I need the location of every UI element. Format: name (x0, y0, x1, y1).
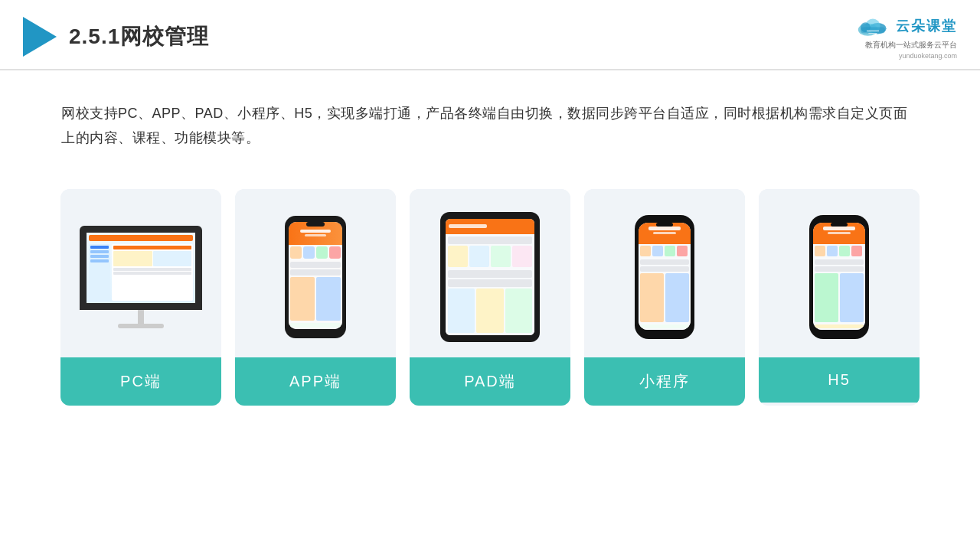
smartphone-miniapp-icon (635, 215, 694, 339)
brand-tagline-text: 教育机构一站式服务云平台 (865, 40, 957, 51)
card-h5: H5 (759, 189, 920, 406)
description-text: 网校支持PC、APP、PAD、小程序、H5，实现多端打通，产品各终端自由切换，数… (0, 70, 980, 166)
card-h5-image (759, 189, 920, 357)
card-miniapp-image (584, 189, 745, 357)
svg-rect-4 (861, 28, 885, 34)
brand-logo-icon: 云朵课堂 (854, 14, 957, 38)
header-right: 云朵课堂 教育机构一站式服务云平台 yunduoketang.com (854, 14, 957, 60)
card-pad: PAD端 (410, 189, 570, 406)
card-pad-image (410, 189, 570, 357)
pc-monitor-icon (80, 226, 202, 328)
tablet-mockup-icon (440, 212, 540, 342)
card-app-label: APP端 (235, 357, 396, 406)
card-pc-image (60, 189, 221, 357)
card-app: APP端 (235, 189, 396, 406)
cards-container: PC端 (0, 166, 980, 429)
header: 2.5.1网校管理 云朵课堂 教育机构一站式服务云平台 yunduoketang… (0, 0, 980, 70)
card-pad-label: PAD端 (410, 357, 570, 406)
card-pc: PC端 (60, 189, 221, 406)
card-miniapp-label: 小程序 (584, 357, 745, 406)
brand-name-text: 云朵课堂 (896, 17, 957, 35)
brand-logo: 云朵课堂 教育机构一站式服务云平台 yunduoketang.com (854, 14, 957, 60)
card-h5-label: H5 (759, 357, 920, 403)
cloud-icon (854, 14, 891, 38)
card-app-image (235, 189, 396, 357)
logo-triangle-icon (23, 17, 57, 57)
brand-url-text: yunduoketang.com (899, 52, 957, 60)
header-left: 2.5.1网校管理 (23, 17, 209, 57)
phone-mockup-icon (285, 216, 346, 338)
page-title: 2.5.1网校管理 (69, 22, 209, 51)
card-pc-label: PC端 (60, 357, 221, 406)
smartphone-h5-icon (809, 215, 869, 339)
card-miniapp: 小程序 (584, 189, 745, 406)
